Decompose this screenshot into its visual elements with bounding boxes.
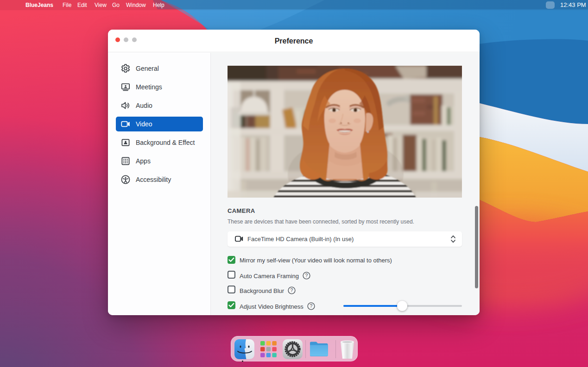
svg-text:?: ? [310, 303, 312, 309]
svg-text:?: ? [305, 273, 308, 278]
svg-text:?: ? [291, 287, 293, 293]
